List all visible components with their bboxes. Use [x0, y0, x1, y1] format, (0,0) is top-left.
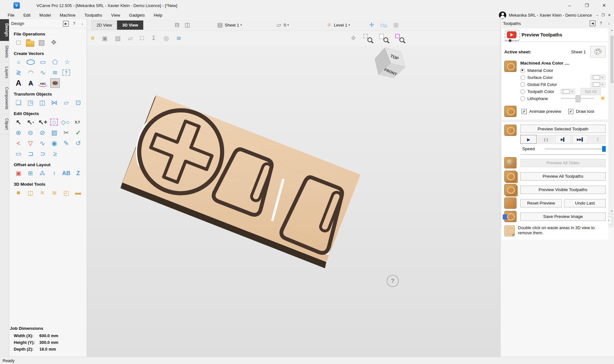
draw-text-icon[interactable]: A — [14, 78, 23, 88]
side-tab-design[interactable]: Design — [0, 19, 9, 41]
split-3d-model-icon[interactable]: ◫ — [26, 188, 35, 197]
global-fill-color-radio[interactable] — [520, 82, 525, 87]
undo-last-button[interactable]: Undo Last — [564, 199, 606, 207]
toolpath-color-radio[interactable] — [520, 89, 525, 94]
draw-arc-icon[interactable]: ◠ — [26, 68, 35, 77]
menu-item-help[interactable]: Help — [149, 12, 167, 19]
scroll-down-icon[interactable]: ▼ — [610, 208, 613, 214]
toolpath-color-swatch[interactable]: ▾ — [560, 89, 576, 95]
restore-button[interactable]: ❐ — [584, 3, 590, 8]
help-icon[interactable]: ? — [72, 21, 77, 26]
global-fill-color-option[interactable]: Global Fill Color ▾ — [520, 81, 606, 88]
side-tab-components[interactable]: Components — [0, 83, 9, 114]
lithophane-radio[interactable] — [520, 96, 525, 101]
surface-color-radio[interactable] — [520, 75, 525, 80]
offset-icon[interactable]: ▣ — [14, 168, 23, 178]
circular-copy-icon[interactable]: ⁂ — [38, 168, 47, 178]
canvas-3d-view[interactable]: TOP FRONT ? — [87, 45, 500, 357]
flatten-3d-model-icon[interactable]: ▬ — [74, 188, 83, 197]
move-icon[interactable]: ❏ — [14, 98, 23, 107]
close-square-icon[interactable]: ⊐ — [26, 149, 35, 159]
toolpath-color-option[interactable]: Toolpath Color ▾ Set All — [520, 88, 606, 95]
menu-item-machine[interactable]: Machine — [55, 12, 80, 19]
array-copy-icon[interactable]: ⊞ — [26, 168, 35, 178]
side-tab-clipart[interactable]: Clipart — [0, 114, 9, 134]
draw-curve-icon[interactable]: ∿ — [38, 68, 48, 77]
global-fill-color-swatch[interactable]: ▾ — [590, 81, 606, 88]
preview-selected-toolpath-button[interactable]: Preview Selected Toolpath — [520, 125, 606, 133]
node-edit-icon[interactable]: ↖· — [26, 117, 35, 127]
pages-dropdown[interactable]: ▱ 0 ▾ — [275, 21, 289, 28]
box-select-icon[interactable]: ◻ — [50, 119, 58, 126]
copy-along-vectors-icon[interactable]: ≀ — [50, 168, 59, 178]
surface-color-option[interactable]: Surface Color ▾ — [520, 74, 606, 81]
add-3d-model-icon[interactable]: ■ — [14, 188, 23, 197]
menu-item-gadgets[interactable]: Gadgets — [125, 12, 149, 19]
join-vectors-icon[interactable]: ✓ — [74, 128, 83, 137]
draw-polygon-icon[interactable]: ⬠ — [50, 57, 60, 67]
menu-item-view[interactable]: View — [107, 12, 125, 19]
draw-star-icon[interactable]: ☆ — [62, 57, 72, 67]
new-file-icon[interactable]: □ — [14, 38, 23, 47]
animate-preview-checkbox[interactable]: ✓ — [522, 109, 527, 114]
grid-snap-icon[interactable]: ▦ — [392, 21, 399, 28]
edit-picture-icon[interactable]: ✎ — [61, 138, 71, 148]
draw-shapes-icon[interactable]: ▣ — [102, 35, 107, 42]
measure-icon[interactable]: X,Y — [73, 117, 82, 127]
tag-vectors-icon[interactable]: ◉ — [50, 138, 59, 148]
close-button[interactable]: ✕ — [601, 3, 607, 8]
reset-preview-button[interactable]: Reset Preview — [520, 199, 562, 207]
pin-icon[interactable]: ↓ — [80, 21, 85, 26]
material-block-icon[interactable]: ■ — [91, 35, 94, 42]
text-on-curve-icon[interactable]: ABC — [38, 81, 48, 87]
close-arc-icon[interactable]: ⊃ — [38, 149, 48, 159]
menu-item-file[interactable]: File — [3, 12, 19, 19]
surface-color-swatch[interactable]: ▾ — [590, 74, 606, 81]
iso-view-icon[interactable]: ❖ — [350, 34, 356, 42]
sheet-dropdown[interactable]: ▤ Sheet 1 ▾ — [216, 21, 242, 28]
free-transform-icon[interactable]: ▱ — [61, 98, 71, 107]
align-icon[interactable]: ⊡ — [74, 98, 83, 107]
preview-all-sides-button[interactable]: Preview All Sides — [520, 159, 606, 167]
panel-restore-button[interactable]: ❐ — [602, 13, 605, 17]
toolpath-lines-icon[interactable]: ≋ — [176, 35, 181, 42]
lithophane-option[interactable]: Lithophane ☀ — [520, 95, 606, 102]
material-color-radio[interactable] — [520, 68, 525, 73]
zoom-selection-icon[interactable] — [363, 34, 372, 42]
user-avatar[interactable] — [499, 12, 506, 19]
collapse-panel-icon[interactable]: ▶ — [63, 21, 69, 27]
draw-circle-icon[interactable]: ○ — [14, 57, 23, 67]
speed-slider[interactable] — [545, 148, 606, 150]
side-tab-sheets[interactable]: Sheets — [0, 41, 9, 62]
straighten-icon[interactable]: ≥ — [50, 149, 60, 159]
move-points-icon[interactable]: ↖+ — [38, 117, 48, 127]
view-cube[interactable]: TOP FRONT — [375, 48, 405, 78]
cut-vectors-icon[interactable]: ✂ — [61, 128, 71, 137]
chamfer-icon[interactable]: ▽ — [26, 138, 35, 148]
snap-geometry-icon[interactable]: ✛ — [368, 21, 375, 28]
import-component-icon[interactable]: ❖ — [49, 38, 59, 47]
play-button[interactable]: ▶ — [520, 135, 537, 144]
scrollbar-thumb[interactable] — [610, 35, 613, 83]
split-horizontal-icon[interactable]: ⊟ — [174, 21, 181, 28]
zoom-fit-icon[interactable] — [379, 34, 388, 42]
tab-2d-view[interactable]: 2D View — [91, 20, 117, 30]
sketch-vectors-icon[interactable]: ≋ — [50, 68, 60, 77]
close-rounded-icon[interactable]: ▭ — [14, 149, 23, 159]
stack-3d-models-icon[interactable]: ≡ — [38, 188, 47, 197]
save-preview-image-button[interactable]: Save Preview Image — [520, 213, 606, 221]
trace-bitmap-icon[interactable] — [50, 78, 60, 88]
fit-beziers-icon[interactable]: ∿ — [38, 138, 47, 148]
wireframe-icon[interactable]: □ — [140, 35, 144, 42]
video-tutorial-icon[interactable] — [507, 31, 516, 38]
draw-rectangle-icon[interactable]: ▭ — [38, 57, 48, 67]
preview-visible-toolpaths-button[interactable]: Preview Visible Toolpaths — [520, 186, 606, 194]
set-all-button[interactable]: Set All — [580, 88, 601, 95]
zoom-window-icon[interactable] — [395, 34, 404, 42]
mirror-icon[interactable]: ◫ — [38, 98, 47, 107]
material-color-option[interactable]: Material Color — [520, 67, 606, 74]
board-top[interactable] — [122, 95, 360, 262]
set-size-icon[interactable]: ◳ — [26, 98, 35, 107]
boolean-subtract-icon[interactable]: ⊖ — [26, 128, 35, 137]
help-icon[interactable]: ? — [598, 21, 603, 26]
